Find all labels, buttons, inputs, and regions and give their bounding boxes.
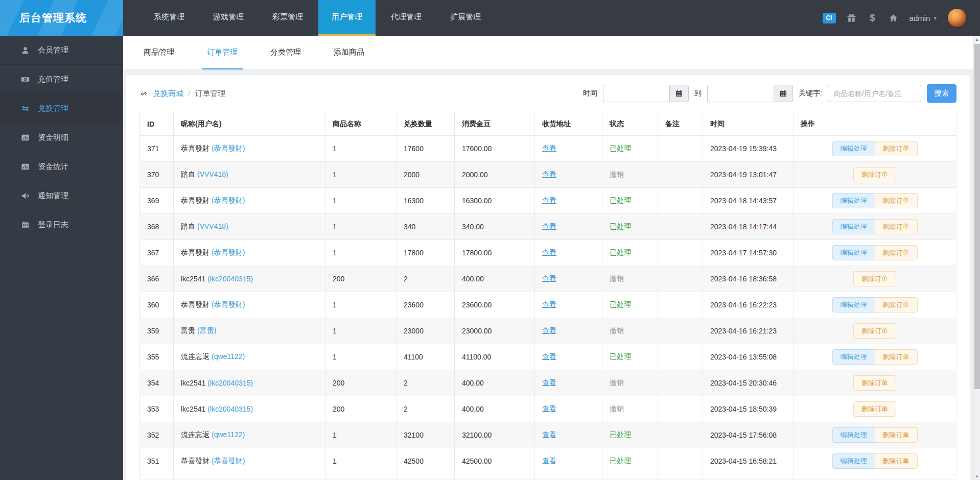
table-row: 371 恭喜發財(恭喜發財) 1 17600 17600.00 查看 已处理 2… <box>140 136 956 162</box>
date-from-input[interactable] <box>603 85 669 102</box>
tab[interactable]: 商品管理 <box>138 36 179 69</box>
delete-order-button[interactable]: 删除订单 <box>875 297 918 313</box>
username-link[interactable]: (qwe1122) <box>212 430 245 439</box>
nav-item[interactable]: 系统管理 <box>141 0 198 36</box>
delete-order-button[interactable]: 删除订单 <box>853 167 896 182</box>
date-to-input[interactable] <box>707 85 774 102</box>
username-link[interactable]: (qwe1122) <box>212 352 245 361</box>
gift-icon[interactable] <box>847 13 857 23</box>
username-link[interactable]: (恭喜發財) <box>212 457 245 465</box>
order-id-cell: 360 <box>140 292 174 318</box>
user-menu[interactable]: admin ▾ <box>909 14 937 22</box>
delete-order-button[interactable]: 删除订单 <box>853 323 896 339</box>
edit-order-button[interactable]: 编辑处理 <box>832 141 875 156</box>
edit-order-button[interactable]: 编辑处理 <box>832 453 875 469</box>
nav-item-label: 用户管理 <box>332 12 362 22</box>
scrollbar-down-arrow[interactable]: ▼ <box>974 473 980 480</box>
view-address-link[interactable]: 查看 <box>542 457 556 465</box>
view-address-link[interactable]: 查看 <box>542 274 556 282</box>
view-address-link[interactable]: 查看 <box>542 248 556 256</box>
edit-order-button[interactable]: 编辑处理 <box>832 245 875 260</box>
view-address-link[interactable]: 查看 <box>542 430 556 439</box>
delete-order-button[interactable]: 删除订单 <box>875 245 918 260</box>
sidebar-item[interactable]: 通知管理 <box>0 181 123 210</box>
sidebar-item[interactable]: 资金明细 <box>0 123 123 152</box>
date-to-calendar-button[interactable] <box>774 85 793 102</box>
username-link[interactable]: (lkc20040315) <box>207 275 253 283</box>
delete-order-button[interactable]: 删除订单 <box>875 219 918 234</box>
time-cell: 2023-04-19 13:01:47 <box>703 162 794 188</box>
address-cell: 查看 <box>535 136 602 162</box>
view-address-link[interactable]: 查看 <box>542 170 556 178</box>
view-address-link[interactable]: 查看 <box>542 326 556 334</box>
username-link[interactable]: (恭喜發財) <box>212 196 245 204</box>
delete-order-button[interactable]: 删除订单 <box>853 401 896 417</box>
sidebar-item[interactable]: 资金统计 <box>0 152 123 181</box>
status-cell: 撤销 <box>602 318 658 344</box>
edit-order-button[interactable]: 编辑处理 <box>832 427 875 443</box>
username-link[interactable]: (恭喜發財) <box>212 300 245 308</box>
table-row: 359 富贵(富贵) 1 23000 23000.00 查看 撤销 2023-0… <box>140 318 956 344</box>
username-link[interactable]: (lkc20040315) <box>207 405 253 413</box>
edit-order-button[interactable]: 编辑处理 <box>832 297 875 313</box>
nickname-text: 恭喜發財 <box>181 248 209 256</box>
nickname-cell: 恭喜發財(恭喜發財) <box>174 292 325 318</box>
delete-order-button[interactable]: 删除订单 <box>875 193 918 208</box>
view-address-link[interactable]: 查看 <box>542 404 556 413</box>
tab[interactable]: 添加商品 <box>329 36 369 69</box>
sidebar-item[interactable]: 充值管理 <box>0 65 123 94</box>
sidebar-item[interactable]: 会员管理 <box>0 36 123 65</box>
username-link[interactable]: (lkc20040315) <box>207 379 253 387</box>
view-address-link[interactable]: 查看 <box>542 300 556 308</box>
username-link[interactable]: (恭喜發財) <box>212 248 245 256</box>
view-address-link[interactable]: 查看 <box>542 378 556 387</box>
table-row: 353 lkc2541(lkc20040315) 200 2 400.00 查看… <box>140 396 956 422</box>
view-address-link[interactable]: 查看 <box>542 144 556 152</box>
remark-cell <box>658 162 703 188</box>
delete-order-button[interactable]: 删除订单 <box>875 453 918 469</box>
remark-cell <box>658 448 703 474</box>
nav-item[interactable]: 扩展管理 <box>437 0 494 36</box>
home-icon[interactable] <box>889 13 899 23</box>
actions-cell: 编辑处理 删除订单 <box>794 188 956 214</box>
view-address-link[interactable]: 查看 <box>542 196 556 204</box>
tab[interactable]: 订单管理 <box>202 36 243 69</box>
username-link[interactable]: (富贵) <box>197 326 216 334</box>
username-link[interactable]: (VVV418) <box>197 222 228 230</box>
keyword-input[interactable] <box>828 85 921 102</box>
username-link[interactable]: (恭喜發財) <box>212 144 245 152</box>
delete-order-button[interactable]: 删除订单 <box>853 271 896 286</box>
edit-order-button[interactable]: 编辑处理 <box>832 219 875 234</box>
remark-cell <box>658 318 703 344</box>
view-address-link[interactable]: 查看 <box>542 352 556 361</box>
user-avatar[interactable] <box>947 8 967 28</box>
edit-order-button[interactable]: 编辑处理 <box>832 349 875 365</box>
sidebar-item[interactable]: 兑换管理 <box>0 94 123 123</box>
delete-order-button[interactable]: 删除订单 <box>875 349 918 365</box>
keyword-label: 关键字: <box>799 89 822 98</box>
username-link[interactable]: (VVV418) <box>197 170 228 178</box>
nav-item[interactable]: 用户管理 <box>318 0 376 36</box>
action-button-group: 编辑处理 删除订单 <box>853 323 896 339</box>
nav-item[interactable]: 代理管理 <box>378 0 435 36</box>
scrollbar-up-arrow[interactable]: ▲ <box>974 36 980 43</box>
nav-item[interactable]: 游戏管理 <box>200 0 257 36</box>
search-button[interactable]: 搜索 <box>927 84 956 103</box>
sidebar-item[interactable]: 登录日志 <box>0 210 123 239</box>
view-address-link[interactable]: 查看 <box>542 222 556 230</box>
delete-order-button[interactable]: 删除订单 <box>853 375 896 391</box>
page-scrollbar[interactable]: ▲ ▼ <box>973 36 980 480</box>
actions-cell: 编辑处理 删除订单 <box>794 136 956 162</box>
scrollbar-thumb[interactable] <box>974 44 980 389</box>
nickname-text: 恭喜發財 <box>181 144 209 152</box>
delete-order-button[interactable]: 删除订单 <box>875 427 918 443</box>
cny-icon[interactable]: CI <box>823 13 836 23</box>
dollar-icon[interactable]: $ <box>868 13 878 23</box>
date-from-calendar-button[interactable] <box>669 85 689 102</box>
breadcrumb-link-exchange-mall[interactable]: 兑换商城 <box>153 89 183 99</box>
delete-order-button[interactable]: 删除订单 <box>875 141 918 156</box>
nav-item[interactable]: 彩票管理 <box>259 0 316 36</box>
table-row: 370 踏血(VVV418) 1 2000 2000.00 查看 撤销 2023… <box>140 162 956 188</box>
edit-order-button[interactable]: 编辑处理 <box>832 193 875 208</box>
tab[interactable]: 分类管理 <box>265 36 306 69</box>
